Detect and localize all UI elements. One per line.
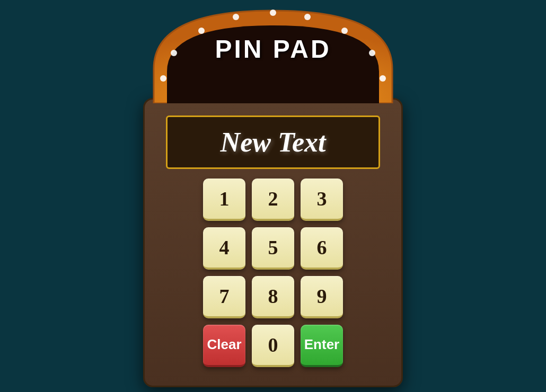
svg-point-2 (304, 14, 311, 20)
display-text: New Text (221, 127, 326, 158)
pin-pad-wrapper: PIN PAD New Text 1 2 3 4 5 6 7 8 9 Clear… (138, 5, 408, 387)
svg-point-4 (341, 28, 348, 34)
key-9[interactable]: 9 (301, 276, 343, 318)
key-8[interactable]: 8 (252, 276, 294, 318)
key-2[interactable]: 2 (252, 179, 294, 221)
key-3[interactable]: 3 (301, 179, 343, 221)
key-clear[interactable]: Clear (203, 325, 245, 367)
key-enter[interactable]: Enter (301, 325, 343, 367)
keypad: 1 2 3 4 5 6 7 8 9 Clear 0 Enter (203, 179, 343, 367)
display: New Text (166, 115, 380, 169)
marquee-sign: PIN PAD (138, 5, 408, 103)
svg-point-0 (270, 10, 276, 16)
key-6[interactable]: 6 (301, 227, 343, 270)
key-0[interactable]: 0 (252, 325, 294, 367)
svg-point-7 (160, 75, 166, 82)
svg-point-5 (171, 50, 177, 56)
key-4[interactable]: 4 (203, 227, 245, 270)
svg-point-8 (380, 75, 386, 82)
key-7[interactable]: 7 (203, 276, 245, 318)
pad-body: New Text 1 2 3 4 5 6 7 8 9 Clear 0 Enter (143, 98, 403, 387)
svg-point-6 (369, 50, 375, 56)
key-1[interactable]: 1 (203, 179, 245, 221)
marquee-title: PIN PAD (215, 34, 331, 64)
key-5[interactable]: 5 (252, 227, 294, 270)
svg-point-3 (198, 28, 205, 34)
svg-point-1 (233, 14, 239, 20)
